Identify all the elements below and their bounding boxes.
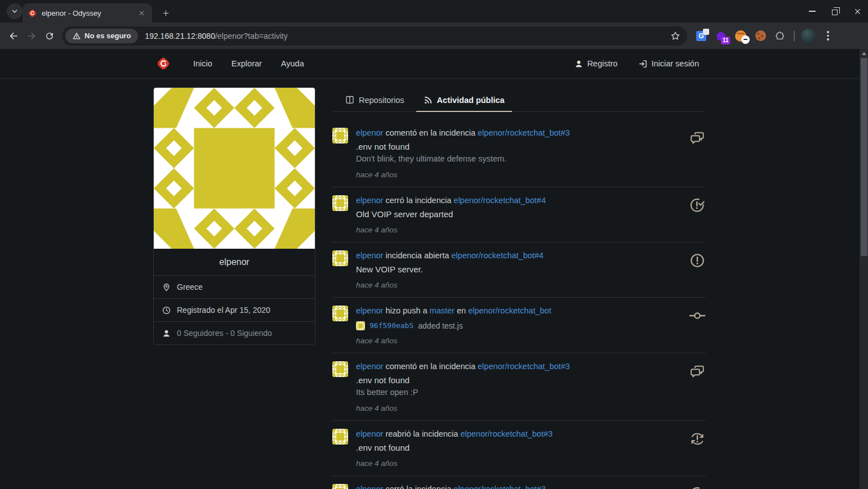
user-link[interactable]: elpenor [356, 196, 383, 205]
profile-location-row: Greece [154, 275, 315, 298]
address-bar[interactable]: No es seguro 192.168.21.12:8080/elpenor?… [62, 26, 687, 46]
nav-explorar[interactable]: Explorar [222, 59, 271, 68]
profile-registered-row: Registrado el Apr 15, 2020 [154, 298, 315, 321]
security-chip[interactable]: No es seguro [65, 29, 138, 43]
timestamp: hace 4 años [356, 170, 681, 180]
issue-link[interactable]: elpenor/rocketchat_bot#3 [453, 484, 546, 489]
site-navbar: Inicio Explorar Ayuda Registro Iniciar s… [0, 49, 868, 79]
issue-reopened-icon [689, 430, 706, 447]
bookmark-star-icon[interactable] [669, 30, 682, 42]
avatar[interactable] [332, 361, 348, 377]
commit-hash-link[interactable]: 96f590eab5 [370, 321, 413, 330]
profile-follow-row[interactable]: 0 Seguidores - 0 Siguiendo [154, 321, 315, 344]
forward-button[interactable] [23, 27, 41, 45]
user-link[interactable]: elpenor [356, 251, 383, 260]
avatar[interactable] [332, 128, 348, 143]
activity-item-issue-closed: elpenor cerró la incidencia elpenor/rock… [332, 476, 706, 489]
nav-inicio[interactable]: Inicio [184, 59, 222, 68]
activity-item-issue-closed: elpenor cerró la incidencia elpenor/rock… [332, 187, 706, 243]
profile-username: elpenor [154, 249, 315, 275]
timestamp: hace 4 años [356, 459, 681, 468]
timestamp: hace 4 años [356, 403, 681, 413]
tab-actividad-publica[interactable]: Actividad pública [416, 89, 512, 111]
translate-extension-icon[interactable]: G [694, 29, 709, 43]
back-button[interactable] [5, 27, 23, 45]
tab-close-icon[interactable] [136, 8, 146, 18]
nav-registro[interactable]: Registro [575, 59, 617, 68]
purple-extension-icon[interactable]: 11 [714, 29, 728, 43]
tab-search-button[interactable] [7, 3, 23, 19]
rss-icon [424, 96, 433, 105]
favicon-gitea-icon [28, 9, 37, 17]
cookie-extension-icon[interactable] [753, 29, 768, 43]
blocker-extension-icon[interactable] [733, 29, 748, 43]
browser-menu-kebab-icon[interactable] [821, 29, 835, 43]
extension-row: G 11 [694, 29, 835, 43]
warning-icon [73, 32, 81, 40]
issue-link[interactable]: elpenor/rocketchat_bot#4 [453, 196, 546, 205]
issue-link[interactable]: elpenor/rocketchat_bot#3 [478, 362, 570, 371]
sign-in-icon [639, 60, 647, 68]
avatar[interactable] [332, 429, 348, 445]
gitea-logo-icon[interactable] [157, 57, 170, 70]
branch-link[interactable]: master [430, 306, 455, 315]
security-label: No es seguro [84, 32, 131, 40]
issue-link[interactable]: elpenor/rocketchat_bot#3 [478, 128, 570, 137]
avatar[interactable] [332, 306, 348, 321]
browser-window: elpenor - Odyssey No es seguro 192.168.2… [0, 0, 868, 49]
browser-profile-avatar[interactable] [801, 29, 816, 43]
nav-ayuda[interactable]: Ayuda [271, 59, 314, 68]
tab-repositorios[interactable]: Repositorios [338, 89, 412, 111]
reload-button[interactable] [41, 27, 59, 45]
issue-closed-icon [689, 486, 706, 489]
activity-feed: elpenor comentó en la incidencia elpenor… [332, 120, 706, 489]
nav-iniciar-sesion[interactable]: Iniciar sesión [639, 59, 699, 68]
clock-icon [162, 306, 171, 315]
page-scrollbar[interactable] [860, 49, 868, 489]
close-window-button[interactable] [850, 4, 865, 19]
activity-item-issue-opened: elpenor incidencia abierta elpenor/rocke… [332, 243, 706, 298]
user-link[interactable]: elpenor [356, 484, 383, 489]
activity-item-comment: elpenor comentó en la incidencia elpenor… [332, 120, 706, 187]
issue-title: .env not found [356, 375, 681, 386]
browser-toolbar: No es seguro 192.168.21.12:8080/elpenor?… [0, 23, 868, 49]
issue-link[interactable]: elpenor/rocketchat_bot#4 [451, 251, 544, 260]
scroll-up-arrow-icon[interactable] [862, 52, 866, 55]
browser-tab[interactable]: elpenor - Odyssey [23, 3, 152, 23]
user-link[interactable]: elpenor [356, 128, 383, 137]
scrollbar-thumb[interactable] [861, 58, 867, 256]
timestamp: hace 4 años [356, 225, 681, 235]
new-tab-button[interactable] [159, 6, 172, 20]
profile-tabs: Repositorios Actividad pública [332, 89, 706, 112]
restore-button[interactable] [827, 4, 842, 19]
user-link[interactable]: elpenor [356, 429, 383, 438]
tab-title: elpenor - Odyssey [42, 9, 131, 17]
person-icon [162, 329, 171, 338]
timestamp: hace 4 años [356, 336, 681, 346]
issue-title: Old VOIP server departed [356, 209, 681, 220]
minimize-button[interactable] [805, 4, 820, 19]
main-column: Repositorios Actividad pública elpenor c… [332, 89, 706, 489]
issue-title: .env not found [356, 442, 681, 454]
avatar[interactable] [332, 484, 348, 489]
avatar[interactable] [332, 195, 348, 211]
profile-avatar[interactable] [154, 88, 315, 249]
issue-closed-icon [689, 197, 706, 214]
user-link[interactable]: elpenor [356, 362, 383, 371]
avatar[interactable] [332, 250, 348, 266]
repo-book-icon [345, 96, 354, 105]
extensions-puzzle-icon[interactable] [773, 29, 787, 43]
comment-text: Its better open :P [356, 387, 681, 398]
window-controls [805, 0, 865, 23]
activity-item-push: elpenor hizo push a master en elpenor/ro… [332, 298, 706, 353]
commit-row: 96f590eab5 added test.js [356, 320, 681, 331]
toolbar-separator [794, 31, 795, 41]
user-link[interactable]: elpenor [356, 306, 383, 315]
commit-message: added test.js [418, 321, 462, 330]
location-pin-icon [162, 283, 171, 291]
url-text: 192.168.21.12:8080/elpenor?tab=activity [145, 32, 287, 41]
issue-opened-icon [689, 252, 706, 269]
git-commit-icon [689, 307, 706, 324]
issue-link[interactable]: elpenor/rocketchat_bot#3 [460, 429, 553, 438]
repo-link[interactable]: elpenor/rocketchat_bot [468, 306, 551, 315]
